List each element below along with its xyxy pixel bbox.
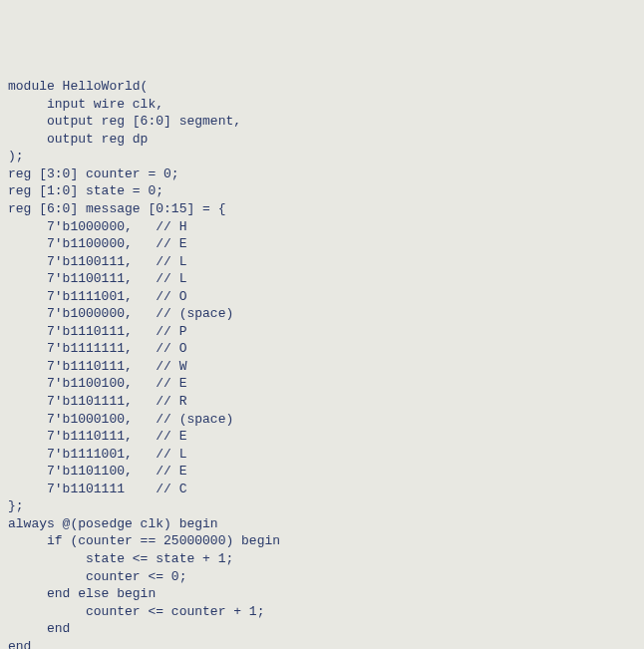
- code-line: 7'b1110111, // P: [8, 323, 636, 341]
- code-line: 7'b1000000, // (space): [8, 305, 636, 323]
- code-line: 7'b1101111, // R: [8, 393, 636, 411]
- code-line: 7'b1100111, // L: [8, 253, 636, 271]
- code-line: 7'b1100100, // E: [8, 375, 636, 393]
- code-line: reg [6:0] message [0:15] = {: [8, 200, 636, 218]
- code-line: 7'b1000100, // (space): [8, 411, 636, 429]
- code-line: );: [8, 148, 636, 165]
- code-line: state <= state + 1;: [8, 550, 636, 568]
- code-line: always @(posedge clk) begin: [8, 515, 636, 533]
- code-line: 7'b1100000, // E: [8, 235, 636, 253]
- code-line: counter <= 0;: [8, 568, 636, 586]
- code-line: if (counter == 25000000) begin: [8, 532, 636, 550]
- code-line: counter <= counter + 1;: [8, 603, 636, 621]
- code-line: reg [3:0] counter = 0;: [8, 165, 636, 183]
- code-block: module HelloWorld( input wire clk, outpu…: [8, 78, 636, 649]
- code-line: 7'b1101111 // C: [8, 481, 636, 498]
- code-line: 7'b1110111, // W: [8, 358, 636, 376]
- code-line: input wire clk,: [8, 96, 636, 114]
- code-line: output reg dp: [8, 131, 636, 149]
- code-line: 7'b1110111, // E: [8, 428, 636, 446]
- code-line: module HelloWorld(: [8, 78, 636, 96]
- code-line: };: [8, 497, 636, 515]
- code-line: 7'b1000000, // H: [8, 218, 636, 236]
- code-line: end else begin: [8, 585, 636, 603]
- code-line: 7'b1111111, // O: [8, 340, 636, 358]
- code-line: end: [8, 620, 636, 638]
- code-line: output reg [6:0] segment,: [8, 113, 636, 131]
- code-line: reg [1:0] state = 0;: [8, 182, 636, 200]
- code-line: 7'b1111001, // O: [8, 288, 636, 306]
- code-line: 7'b1100111, // L: [8, 270, 636, 288]
- code-line: end: [8, 638, 636, 649]
- code-line: 7'b1111001, // L: [8, 446, 636, 464]
- code-line: 7'b1101100, // E: [8, 463, 636, 481]
